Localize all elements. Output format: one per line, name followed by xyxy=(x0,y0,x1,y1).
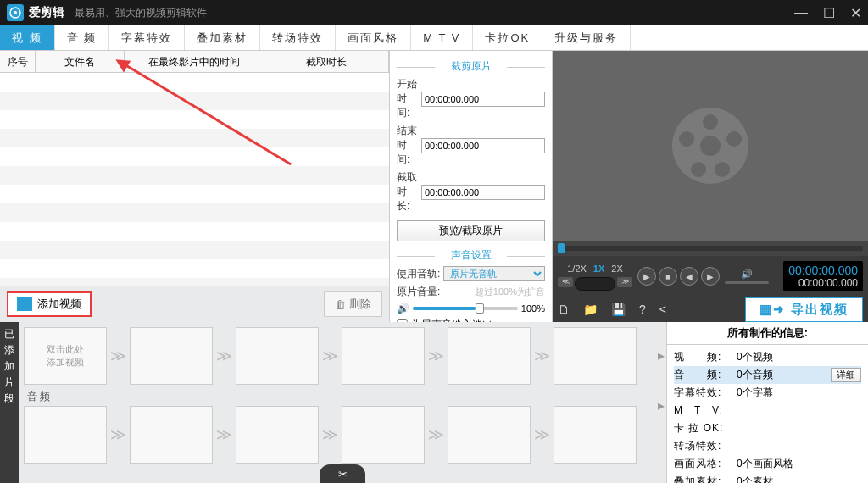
dur-input[interactable] xyxy=(421,185,545,200)
info-row: 画面风格:0个画面风格 xyxy=(674,455,861,473)
timecode-current: 00:00:00.000 xyxy=(788,264,858,277)
export-button[interactable]: ▦➜ 导出视频 xyxy=(745,297,863,322)
tab-mtv[interactable]: M T V xyxy=(411,25,473,50)
new-icon[interactable]: 🗋 xyxy=(558,303,570,316)
clip-slot[interactable] xyxy=(24,406,107,464)
tab-karaoke[interactable]: 卡拉OK xyxy=(473,25,542,50)
info-row: 转场特效: xyxy=(674,437,861,455)
tab-transition[interactable]: 转场特效 xyxy=(260,25,336,50)
info-row: 音 频:0个音频详细 xyxy=(674,366,861,384)
prev-frame-button[interactable]: ◀ xyxy=(680,267,698,286)
chevron-right-icon: ≫ xyxy=(216,425,232,444)
tab-subtitle[interactable]: 字幕特效 xyxy=(109,25,185,50)
tab-style[interactable]: 画面风格 xyxy=(336,25,411,50)
export-label: 导出视频 xyxy=(791,302,849,318)
open-icon[interactable]: 📁 xyxy=(583,303,598,316)
info-key: 叠加素材: xyxy=(674,475,737,483)
clip-slot[interactable] xyxy=(130,406,213,464)
timecode: 00:00:00.000 00:00:00.000 xyxy=(783,261,863,291)
col-filename: 文件名 xyxy=(36,51,125,72)
help-icon[interactable]: ? xyxy=(639,303,646,316)
app-slogan: 最易用、强大的视频剪辑软件 xyxy=(75,6,207,20)
strip-nav-right-icon[interactable]: ▸ xyxy=(658,347,665,364)
info-row: 卡 拉 OK: xyxy=(674,419,861,437)
next-frame-button[interactable]: ▶ xyxy=(701,267,720,286)
col-duration: 截取时长 xyxy=(264,51,389,72)
chevron-right-icon: ≫ xyxy=(428,347,444,365)
settings-pane: 裁剪原片 开始时间: 结束时间: 截取时长: 预览/截取原片 声音设置 使用音轨… xyxy=(390,51,553,322)
tab-video[interactable]: 视 频 xyxy=(0,25,55,50)
preview-toolbar: 🗋 📁 💾 ? < ▦➜ 导出视频 xyxy=(553,297,868,322)
close-button[interactable]: ✕ xyxy=(850,5,861,21)
clip-slot[interactable] xyxy=(554,327,637,385)
dur-label: 截取时长: xyxy=(397,170,418,214)
chevron-right-icon: ≫ xyxy=(110,425,126,444)
chevron-right-icon: ≫ xyxy=(534,347,550,365)
stop-button[interactable]: ■ xyxy=(659,267,677,286)
chevron-right-icon: ≫ xyxy=(322,347,338,365)
clip-slot[interactable] xyxy=(448,327,531,385)
end-time-input[interactable] xyxy=(421,138,545,153)
chevron-right-icon: ≫ xyxy=(216,347,232,365)
vol-placeholder: 超过100%为扩音 xyxy=(443,286,545,298)
track-select[interactable]: 原片无音轨 xyxy=(443,266,545,281)
volume-value: 100% xyxy=(521,303,545,314)
add-video-button[interactable]: 添加视频 xyxy=(7,291,92,317)
vertical-tab-added[interactable]: 已添加片段 xyxy=(0,322,19,483)
clip-slot[interactable] xyxy=(448,406,531,464)
vol-label: 原片音量: xyxy=(397,285,440,299)
add-video-icon xyxy=(17,297,32,311)
audio-clip-row: ≫ ≫ ≫ ≫ ≫ xyxy=(24,406,661,464)
chevron-right-icon: ≫ xyxy=(428,425,444,444)
clip-slot[interactable] xyxy=(130,327,213,385)
start-time-input[interactable] xyxy=(421,92,545,107)
info-value xyxy=(737,439,861,453)
clip-slot[interactable] xyxy=(554,406,637,464)
clip-slot[interactable]: 双击此处 添加视频 xyxy=(24,327,107,385)
scrub-bar[interactable] xyxy=(553,241,868,256)
speed-2x[interactable]: 2X xyxy=(609,262,625,275)
video-clip-row: 双击此处 添加视频 ≫ ≫ ≫ ≫ ≫ xyxy=(24,327,661,385)
tab-overlay[interactable]: 叠加素材 xyxy=(185,25,260,50)
detail-button[interactable]: 详细 xyxy=(831,368,861,382)
preview-viewport[interactable] xyxy=(553,51,868,241)
strip-nav-right-icon[interactable]: ▸ xyxy=(658,397,665,414)
preview-trim-button[interactable]: 预览/截取原片 xyxy=(397,220,545,242)
speed-group: 1/2X 1X 2X xyxy=(565,262,626,275)
delete-button[interactable]: 🗑 删除 xyxy=(324,291,382,317)
share-icon[interactable]: < xyxy=(659,303,666,316)
clip-slot[interactable] xyxy=(342,406,425,464)
tab-audio[interactable]: 音 频 xyxy=(55,25,110,50)
maximize-button[interactable]: ☐ xyxy=(823,5,835,21)
preview-volume-slider[interactable] xyxy=(725,281,769,284)
save-icon[interactable]: 💾 xyxy=(611,303,626,316)
clip-slot[interactable] xyxy=(236,406,319,464)
info-key: 卡 拉 OK: xyxy=(674,421,737,436)
speed-1x[interactable]: 1X xyxy=(591,262,607,275)
sound-section-title: 声音设置 xyxy=(397,248,545,263)
minimize-button[interactable]: — xyxy=(794,5,808,21)
info-key: 转场特效: xyxy=(674,439,737,453)
play-button[interactable]: ▶ xyxy=(637,267,656,286)
info-value: 0个字幕 xyxy=(737,386,861,400)
info-panel: 所有制作的信息: 视 频:0个视频音 频:0个音频详细字幕特效:0个字幕M T … xyxy=(666,322,868,483)
speed-half[interactable]: 1/2X xyxy=(565,262,589,275)
volume-slider[interactable] xyxy=(413,307,518,310)
scissors-tab[interactable]: ✂ xyxy=(320,464,365,483)
tab-upgrade[interactable]: 升级与服务 xyxy=(542,25,631,50)
clip-table-body[interactable] xyxy=(0,73,389,286)
delete-label: 删除 xyxy=(349,297,371,312)
clip-slot[interactable] xyxy=(342,327,425,385)
jog-wheel[interactable] xyxy=(575,277,615,291)
clips-area: 双击此处 添加视频 ≫ ≫ ≫ ≫ ≫ 音 频 ≫ ≫ ≫ ≫ ≫ xyxy=(19,322,666,483)
trash-icon: 🗑 xyxy=(335,298,346,311)
preview-volume-icon: 🔊 xyxy=(741,269,753,280)
annotation-arrow xyxy=(120,61,292,166)
info-value: 0个视频 xyxy=(737,350,861,364)
info-value: 0个素材 xyxy=(737,475,861,483)
jog-left-icon[interactable]: ≪ xyxy=(558,277,573,287)
scissors-icon: ✂ xyxy=(338,468,348,480)
jog-right-icon[interactable]: ≫ xyxy=(617,277,632,287)
trim-section-title: 裁剪原片 xyxy=(397,59,545,74)
clip-slot[interactable] xyxy=(236,327,319,385)
